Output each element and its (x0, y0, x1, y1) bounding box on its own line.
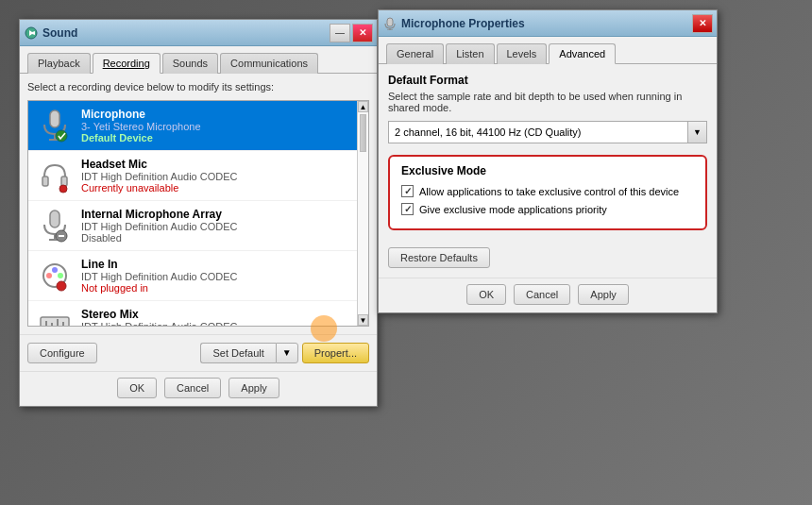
device-info: Internal Microphone Array IDT High Defin… (81, 208, 237, 244)
close-icon[interactable]: ✕ (352, 24, 373, 42)
svg-rect-24 (387, 18, 393, 26)
tab-communications[interactable]: Communications (220, 53, 318, 74)
sound-window: Sound — ✕ Playback Recording Sounds Comm… (19, 19, 378, 407)
mic-cancel-button[interactable]: Cancel (514, 284, 570, 305)
exclusive-mode-box: Exclusive Mode Allow applications to tak… (388, 155, 707, 230)
default-format-title: Default Format (388, 74, 707, 87)
scroll-track (358, 112, 368, 314)
mic-tab-bar: General Listen Levels Advanced (379, 37, 717, 64)
recording-label: Select a recording device below to modif… (27, 81, 369, 93)
sample-rate-dropdown-row: 2 channel, 16 bit, 44100 Hz (CD Quality)… (388, 121, 707, 143)
sound-apply-button[interactable]: Apply (228, 378, 279, 398)
sound-window-icon (24, 25, 39, 41)
sample-rate-dropdown[interactable]: 2 channel, 16 bit, 44100 Hz (CD Quality) (388, 121, 688, 143)
list-item[interactable]: Line In IDT High Definition Audio CODEC … (28, 251, 357, 301)
device-info: Headset Mic IDT High Definition Audio CO… (81, 158, 237, 194)
dropdown-value: 2 channel, 16 bit, 44100 Hz (CD Quality) (395, 126, 582, 138)
svg-point-7 (59, 185, 67, 193)
restore-defaults-button[interactable]: Restore Defaults (388, 247, 490, 268)
exclusive-control-label: Allow applications to take exclusive con… (419, 186, 679, 197)
mic-ok-button[interactable]: OK (466, 284, 506, 305)
exclusive-mode-title: Exclusive Mode (401, 164, 694, 177)
restore-defaults-row: Restore Defaults (388, 240, 707, 268)
svg-rect-6 (61, 177, 67, 186)
set-default-group: Set Default ▼ (200, 343, 297, 363)
set-default-arrow-icon[interactable]: ▼ (276, 343, 298, 363)
sound-window-controls: — ✕ (330, 24, 373, 42)
scroll-thumb[interactable] (360, 114, 366, 152)
mic-titlebar: Microphone Properties ✕ (379, 10, 717, 37)
device-list: Microphone 3- Yeti Stereo Microphone Def… (28, 101, 357, 326)
sound-content: Select a recording device below to modif… (20, 74, 377, 334)
device-name: Headset Mic (81, 158, 237, 171)
svg-point-15 (52, 267, 58, 273)
headset-icon (36, 157, 74, 194)
svg-point-16 (58, 273, 63, 278)
mic-content: Default Format Select the sample rate an… (379, 64, 717, 278)
svg-point-17 (57, 281, 66, 291)
scroll-up-icon[interactable]: ▲ (358, 101, 368, 112)
dropdown-arrow-icon[interactable]: ▼ (688, 121, 707, 143)
tab-listen[interactable]: Listen (446, 43, 494, 64)
device-name: Stereo Mix (81, 308, 237, 321)
sound-cancel-button[interactable]: Cancel (164, 378, 221, 398)
exclusive-priority-checkbox[interactable] (401, 203, 414, 215)
device-sub1: 3- Yeti Stereo Microphone (81, 121, 201, 132)
properties-button[interactable]: Propert... (302, 343, 369, 363)
svg-rect-1 (50, 110, 59, 127)
device-sub2: Default Device (81, 132, 201, 143)
tab-sounds[interactable]: Sounds (162, 53, 218, 74)
mic-ok-cancel: OK Cancel Apply (379, 278, 717, 312)
device-info: Line In IDT High Definition Audio CODEC … (81, 258, 237, 294)
sound-bottom-buttons: Configure Set Default ▼ Propert... (20, 334, 377, 371)
device-sub2: Currently unavailable (81, 182, 237, 194)
svg-point-4 (56, 130, 67, 142)
checkbox-row-2: Give exclusive mode applications priorit… (401, 203, 694, 215)
internal-mic-icon (36, 207, 74, 244)
mic-window-controls: ✕ (692, 14, 713, 33)
configure-button[interactable]: Configure (27, 343, 97, 363)
minimize-button[interactable]: — (330, 24, 350, 42)
device-name: Microphone (81, 108, 201, 121)
default-format-description: Select the sample rate and bit depth to … (388, 91, 707, 113)
tab-advanced[interactable]: Advanced (549, 43, 616, 64)
device-list-container: Microphone 3- Yeti Stereo Microphone Def… (27, 100, 369, 327)
scrollbar[interactable]: ▲ ▼ (357, 101, 368, 326)
list-item[interactable]: Microphone 3- Yeti Stereo Microphone Def… (28, 101, 357, 151)
tab-general[interactable]: General (386, 43, 444, 64)
mic-apply-button[interactable]: Apply (578, 284, 629, 305)
device-sub2: Not plugged in (81, 282, 237, 294)
set-default-button[interactable]: Set Default (200, 343, 275, 363)
device-sub1: IDT High Definition Audio CODEC (81, 271, 237, 282)
mic-close-icon[interactable]: ✕ (692, 14, 713, 33)
list-item[interactable]: Headset Mic IDT High Definition Audio CO… (28, 151, 357, 201)
device-sub1: IDT High Definition Audio CODEC (81, 221, 237, 232)
sound-titlebar: Sound — ✕ (20, 20, 377, 46)
mic-window-title: Microphone Properties (401, 17, 692, 30)
sound-ok-button[interactable]: OK (117, 378, 157, 398)
device-sub1: IDT High Definition Audio CODEC (81, 171, 237, 182)
exclusive-priority-label: Give exclusive mode applications priorit… (419, 204, 607, 215)
tab-recording[interactable]: Recording (93, 53, 161, 74)
svg-point-14 (46, 273, 52, 278)
tab-playback[interactable]: Playback (27, 53, 91, 74)
list-item[interactable]: Stereo Mix IDT High Definition Audio COD… (28, 301, 357, 326)
sound-tab-bar: Playback Recording Sounds Communications (20, 46, 377, 74)
device-name: Line In (81, 258, 237, 271)
tab-levels[interactable]: Levels (497, 43, 548, 64)
device-sub2: Disabled (81, 232, 237, 244)
scroll-down-icon[interactable]: ▼ (358, 314, 368, 326)
exclusive-control-checkbox[interactable] (401, 185, 414, 197)
device-info: Microphone 3- Yeti Stereo Microphone Def… (81, 108, 201, 143)
list-item[interactable]: Internal Microphone Array IDT High Defin… (28, 201, 357, 251)
device-info: Stereo Mix IDT High Definition Audio COD… (81, 308, 237, 326)
microphone-icon (36, 107, 74, 144)
device-sub1: IDT High Definition Audio CODEC (81, 321, 237, 326)
svg-rect-5 (42, 177, 48, 186)
svg-rect-8 (50, 210, 59, 227)
device-name: Internal Microphone Array (81, 208, 237, 221)
mic-properties-window: Microphone Properties ✕ General Listen L… (378, 9, 718, 313)
svg-rect-18 (41, 317, 69, 326)
mic-window-icon (382, 16, 398, 31)
sound-ok-cancel: OK Cancel Apply (20, 371, 377, 406)
